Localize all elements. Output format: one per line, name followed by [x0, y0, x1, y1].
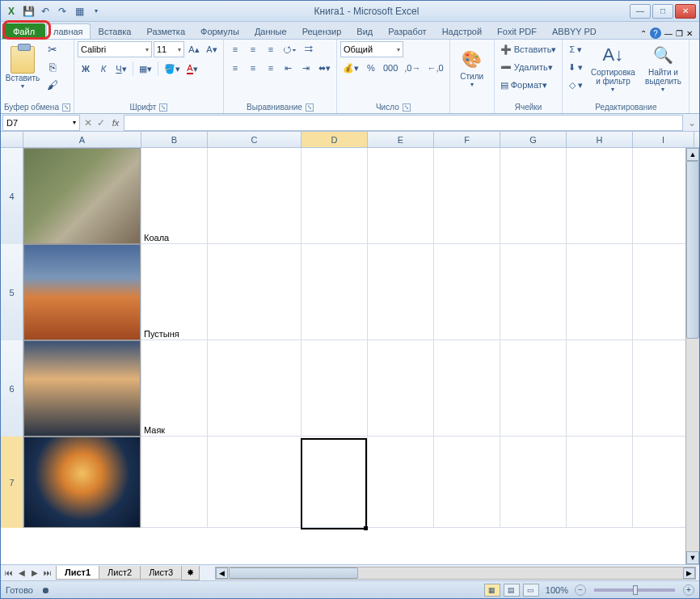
- row-header-5[interactable]: 5: [1, 244, 23, 340]
- underline-button[interactable]: Ч▾: [113, 61, 129, 77]
- formula-input[interactable]: [124, 115, 683, 131]
- scroll-up-icon[interactable]: ▲: [686, 148, 699, 161]
- cell-C7[interactable]: [208, 437, 302, 528]
- increase-font-button[interactable]: A▴: [186, 41, 202, 57]
- row-header-7[interactable]: 7: [1, 437, 23, 528]
- format-painter-button[interactable]: 🖌: [44, 77, 61, 93]
- qat-dropdown-icon[interactable]: ▾: [89, 4, 103, 19]
- cell-G7[interactable]: [500, 437, 567, 528]
- font-size-combo[interactable]: 11▾: [154, 41, 184, 57]
- cell-B7[interactable]: [141, 437, 208, 528]
- cell-C5[interactable]: [208, 244, 302, 340]
- wrap-text-button[interactable]: ⮆: [301, 41, 317, 57]
- font-name-combo[interactable]: Calibri▾: [78, 41, 152, 57]
- align-right-button[interactable]: ≡: [263, 60, 279, 76]
- image-koala[interactable]: [23, 148, 141, 244]
- excel-icon[interactable]: X: [4, 4, 19, 19]
- cancel-formula-icon[interactable]: ✕: [82, 116, 95, 129]
- col-header-C[interactable]: C: [208, 132, 302, 147]
- sheet-nav-first[interactable]: ⏮: [2, 567, 15, 580]
- cell-H4[interactable]: [567, 148, 633, 244]
- format-cells-button[interactable]: ▤ Формат ▾: [498, 77, 550, 93]
- italic-button[interactable]: К: [95, 61, 112, 77]
- clipboard-launcher[interactable]: ⤡: [62, 103, 70, 112]
- fill-button[interactable]: ⬇ ▾: [566, 59, 585, 75]
- sheet-tab-add[interactable]: ✸: [181, 566, 200, 580]
- close-button[interactable]: ✕: [675, 4, 696, 19]
- grid-body[interactable]: 4Коала5Пустыня6Маяк7: [1, 148, 699, 564]
- align-middle-button[interactable]: ≡: [245, 41, 261, 57]
- clear-button[interactable]: ◇ ▾: [566, 77, 585, 93]
- sheet-nav-last[interactable]: ⏭: [41, 567, 54, 580]
- cell-A4[interactable]: [23, 148, 141, 244]
- number-launcher[interactable]: ⤡: [403, 103, 411, 112]
- col-header-G[interactable]: G: [500, 132, 567, 147]
- tab-dev[interactable]: Разработ: [381, 23, 433, 39]
- border-button[interactable]: ▦▾: [137, 61, 154, 77]
- decrease-decimal-button[interactable]: ←,0: [425, 60, 446, 76]
- vertical-scrollbar[interactable]: ▲ ▼: [685, 148, 699, 564]
- cell-F5[interactable]: [434, 244, 500, 340]
- cell-D6[interactable]: [302, 340, 368, 437]
- zoom-in-button[interactable]: +: [683, 584, 694, 596]
- sort-filter-button[interactable]: A↓ Сортировка и фильтр▾: [588, 41, 637, 95]
- scroll-right-icon[interactable]: ▶: [683, 567, 695, 579]
- merge-button[interactable]: ⬌▾: [316, 60, 333, 76]
- qat-more-icon[interactable]: ▦: [72, 4, 86, 19]
- cell-D4[interactable]: [302, 148, 368, 244]
- view-pagebreak-button[interactable]: ▭: [523, 584, 539, 597]
- cell-E6[interactable]: [368, 340, 434, 437]
- tab-addins[interactable]: Надстрой: [435, 23, 489, 39]
- view-layout-button[interactable]: ▤: [504, 584, 520, 597]
- zoom-out-button[interactable]: −: [575, 584, 586, 596]
- cell-F4[interactable]: [434, 148, 500, 244]
- expand-fbar-icon[interactable]: ⌄: [685, 116, 699, 129]
- tab-home[interactable]: лавная: [46, 23, 91, 39]
- macro-record-icon[interactable]: ⏺: [41, 585, 50, 595]
- col-header-H[interactable]: H: [567, 132, 633, 147]
- sheet-nav-prev[interactable]: ◀: [15, 567, 28, 580]
- zoom-slider[interactable]: [594, 588, 675, 592]
- row-header-6[interactable]: 6: [1, 340, 23, 437]
- decrease-font-button[interactable]: A▾: [204, 41, 220, 57]
- paste-button[interactable]: Вставить ▾: [4, 41, 41, 95]
- insert-cells-button[interactable]: ➕ Вставить ▾: [498, 41, 559, 57]
- cell-D7[interactable]: [302, 437, 368, 528]
- number-format-combo[interactable]: Общий▾: [340, 41, 403, 57]
- increase-decimal-button[interactable]: ,0→: [402, 60, 423, 76]
- image-desert[interactable]: [23, 244, 141, 340]
- zoom-slider-thumb[interactable]: [633, 585, 638, 595]
- vscroll-thumb[interactable]: [686, 161, 699, 339]
- tab-insert[interactable]: Вставка: [91, 23, 139, 39]
- scroll-down-icon[interactable]: ▼: [686, 551, 699, 564]
- cell-H5[interactable]: [567, 244, 633, 340]
- col-header-B[interactable]: B: [141, 132, 208, 147]
- percent-button[interactable]: %: [363, 60, 379, 76]
- align-center-button[interactable]: ≡: [245, 60, 261, 76]
- align-left-button[interactable]: ≡: [227, 60, 243, 76]
- row-header-4[interactable]: 4: [1, 148, 23, 244]
- cell-G5[interactable]: [500, 244, 567, 340]
- sheet-tab-2[interactable]: Лист2: [99, 566, 141, 580]
- bold-button[interactable]: Ж: [78, 61, 94, 77]
- tab-formulas[interactable]: Формулы: [193, 23, 247, 39]
- cell-C4[interactable]: [208, 148, 302, 244]
- image-jelly[interactable]: [23, 437, 141, 528]
- col-header-I[interactable]: I: [633, 132, 694, 147]
- comma-button[interactable]: 000: [381, 60, 400, 76]
- minimize-ribbon-icon[interactable]: ⌃: [640, 29, 647, 38]
- workbook-minimize-icon[interactable]: —: [664, 29, 673, 38]
- find-select-button[interactable]: 🔍 Найти и выделить▾: [640, 41, 685, 95]
- minimize-button[interactable]: —: [630, 4, 651, 19]
- tab-layout[interactable]: Разметка: [139, 23, 192, 39]
- fx-button[interactable]: fx: [108, 118, 124, 128]
- cell-A6[interactable]: [23, 340, 141, 437]
- cell-H7[interactable]: [567, 437, 633, 528]
- cut-button[interactable]: ✂: [44, 41, 61, 57]
- cell-E5[interactable]: [368, 244, 434, 340]
- font-launcher[interactable]: ⤡: [159, 103, 167, 112]
- workbook-restore-icon[interactable]: ❐: [676, 29, 683, 38]
- styles-button[interactable]: 🎨 Стили ▾: [453, 41, 491, 95]
- hscroll-thumb[interactable]: [229, 567, 358, 579]
- redo-icon[interactable]: ↷: [55, 4, 70, 19]
